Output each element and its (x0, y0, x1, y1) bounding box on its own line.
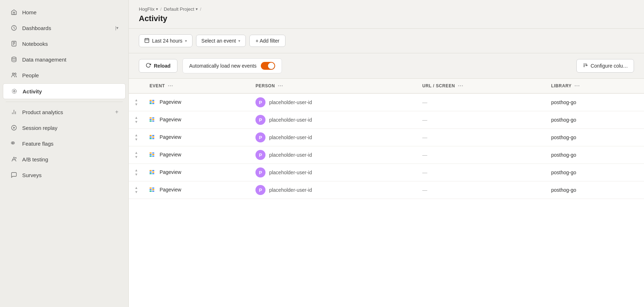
avatar: P (255, 115, 265, 125)
sidebar-item-feature-flags[interactable]: Feature flags (3, 136, 126, 151)
session-replay-icon (10, 124, 18, 132)
row-expand-arrows[interactable]: ▲ ▼ (135, 168, 138, 177)
col-options-icon[interactable]: ··· (458, 83, 463, 89)
library-cell: posthog-go (545, 181, 644, 199)
svg-rect-11 (145, 39, 149, 43)
svg-rect-19 (150, 117, 152, 118)
person-id[interactable]: placeholder-user-id (269, 117, 312, 123)
url-cell: — (416, 111, 545, 129)
th-library: LIBRARY ··· (545, 79, 644, 93)
sidebar-item-product-analytics[interactable]: Product analytics + (3, 104, 126, 120)
row-expand-arrows[interactable]: ▲ ▼ (135, 186, 138, 194)
row-expand-arrows[interactable]: ▲ ▼ (135, 116, 138, 124)
arrow-down-icon: ▼ (135, 155, 138, 159)
events-table: EVENT ··· PERSON ··· URL / SCREEN (129, 79, 644, 199)
url-value: — (422, 117, 427, 123)
reload-label: Reload (154, 63, 171, 69)
th-expand (129, 79, 144, 93)
url-value: — (422, 170, 427, 175)
svg-rect-18 (152, 103, 154, 104)
svg-point-5 (14, 91, 15, 92)
person-id[interactable]: placeholder-user-id (269, 170, 312, 175)
row-expand-arrows[interactable]: ▲ ▼ (135, 151, 138, 159)
sidebar-item-activity[interactable]: Activity (3, 83, 126, 99)
th-url-screen: URL / SCREEN ··· (416, 79, 545, 93)
auto-load-toggle[interactable] (261, 62, 275, 70)
sidebar-item-home[interactable]: Home (3, 5, 126, 20)
row-expand-cell: ▲ ▼ (129, 146, 144, 164)
time-filter-label: Last 24 hours (152, 38, 182, 44)
breadcrumb-label: Default Project (164, 6, 194, 12)
svg-rect-46 (152, 187, 154, 189)
person-id[interactable]: placeholder-user-id (269, 152, 312, 158)
arrow-up-icon: ▲ (135, 151, 138, 155)
breadcrumb-default-project[interactable]: Default Project ▾ (164, 6, 198, 12)
feature-flags-icon (10, 140, 18, 147)
svg-rect-45 (150, 190, 152, 191)
svg-rect-14 (150, 101, 152, 102)
svg-rect-34 (152, 152, 154, 154)
table-row[interactable]: ▲ ▼ Pageview (129, 111, 644, 129)
action-bar: Reload Automatically load new events Con… (129, 53, 644, 79)
col-options-icon[interactable]: ··· (168, 83, 173, 89)
sidebar-item-session-replay[interactable]: Session replay (3, 120, 126, 135)
col-options-icon[interactable]: ··· (278, 83, 283, 89)
svg-rect-43 (150, 187, 152, 189)
table-row[interactable]: ▲ ▼ Pageview (129, 164, 644, 181)
sidebar-item-notebooks[interactable]: Notebooks (3, 36, 126, 51)
library-value: posthog-go (551, 117, 576, 123)
row-expand-cell: ▲ ▼ (129, 93, 144, 111)
chevron-down-icon: ▾ (238, 39, 240, 43)
svg-rect-44 (150, 189, 152, 190)
reload-button[interactable]: Reload (139, 59, 177, 73)
event-cell: Pageview (144, 129, 250, 146)
svg-rect-32 (150, 154, 152, 155)
svg-rect-47 (152, 189, 154, 190)
avatar: P (255, 132, 265, 142)
table-row[interactable]: ▲ ▼ Pageview (129, 93, 644, 111)
event-cell: Pageview (144, 164, 250, 181)
row-expand-arrows[interactable]: ▲ ▼ (135, 133, 138, 142)
avatar: P (255, 185, 265, 195)
table-row[interactable]: ▲ ▼ Pageview (129, 181, 644, 199)
table-header-row: EVENT ··· PERSON ··· URL / SCREEN (129, 79, 644, 93)
person-cell: P placeholder-user-id (250, 111, 416, 129)
table-row[interactable]: ▲ ▼ Pageview (129, 129, 644, 146)
arrow-up-icon: ▲ (135, 116, 138, 120)
sidebar-item-people[interactable]: People (3, 68, 126, 83)
col-options-icon[interactable]: ··· (575, 83, 580, 89)
person-cell: P placeholder-user-id (250, 181, 416, 199)
person-id[interactable]: placeholder-user-id (269, 187, 312, 193)
th-event: EVENT ··· (144, 79, 250, 93)
sidebar-item-dashboards[interactable]: Dashboards |▾ (3, 20, 126, 35)
sidebar-item-label: Session replay (22, 125, 118, 131)
chevron-down-icon: ▾ (196, 7, 198, 11)
person-id[interactable]: placeholder-user-id (269, 99, 312, 105)
library-value: posthog-go (551, 187, 576, 193)
url-value: — (422, 187, 427, 193)
sidebar-item-label: A/B testing (22, 156, 118, 162)
plus-icon[interactable]: + (115, 109, 118, 115)
breadcrumb-hogflix[interactable]: HogFlix ▾ (139, 6, 158, 12)
event-select-button[interactable]: Select an event ▾ (196, 35, 246, 47)
svg-rect-26 (150, 136, 152, 137)
url-value: — (422, 99, 427, 105)
sidebar-item-ab-testing[interactable]: A/B testing (3, 152, 126, 167)
sidebar-item-label: Notebooks (22, 41, 118, 47)
url-cell: — (416, 164, 545, 181)
time-filter-button[interactable]: Last 24 hours ▾ (139, 34, 192, 47)
library-value: posthog-go (551, 99, 576, 105)
table-row[interactable]: ▲ ▼ Pageview (129, 146, 644, 164)
svg-point-3 (13, 73, 14, 75)
row-expand-arrows[interactable]: ▲ ▼ (135, 98, 138, 107)
sidebar: Home Dashboards |▾ Notebooks (0, 0, 129, 307)
svg-rect-30 (152, 138, 154, 139)
person-id[interactable]: placeholder-user-id (269, 135, 312, 140)
add-filter-button[interactable]: + Add filter (249, 35, 286, 47)
sidebar-item-surveys[interactable]: Surveys (3, 167, 126, 182)
sidebar-item-data-management[interactable]: Data management (3, 52, 126, 67)
svg-rect-16 (152, 100, 154, 101)
svg-rect-23 (152, 119, 154, 120)
person-cell: P placeholder-user-id (250, 164, 416, 181)
configure-columns-button[interactable]: Configure colu… (576, 59, 634, 73)
